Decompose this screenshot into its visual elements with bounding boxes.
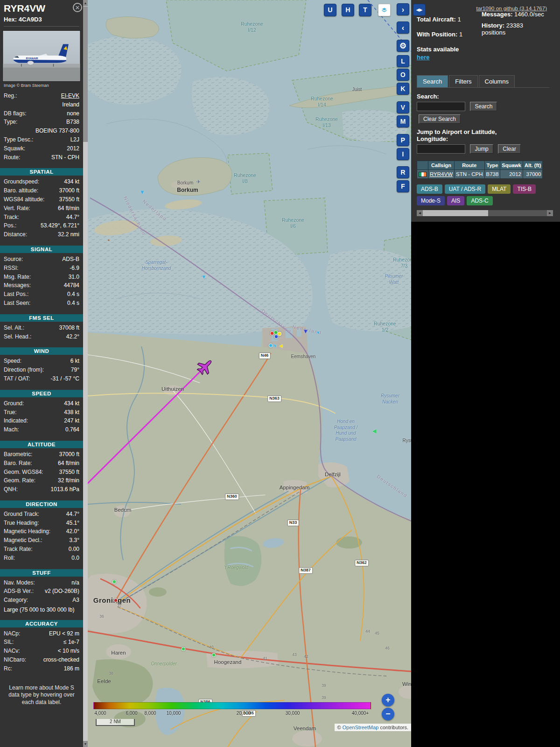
aircraft-dot-marker[interactable] (182, 647, 186, 651)
data-label[interactable]: Groundspeed: (4, 178, 39, 185)
info-label[interactable]: Route: (4, 154, 20, 161)
source-badge[interactable]: UAT / ADS-R (445, 184, 486, 194)
data-label[interactable]: Magnetic Decl.: (4, 537, 42, 543)
column-header[interactable]: Route (455, 161, 485, 170)
source-badge[interactable]: TIS-B (513, 184, 536, 194)
osm-link[interactable]: OpenStreetMap (343, 725, 379, 730)
map[interactable]: Ruhezone I/12 Juist Ruhezone I/14 Ruhezo… (88, 0, 411, 747)
version-link[interactable]: tar1090 on github (3.14.1767) (417, 0, 560, 11)
info-label[interactable]: Reg.: (4, 92, 17, 99)
map-marker-icon[interactable]: ▼ (201, 274, 207, 280)
map-side-button[interactable]: › (397, 3, 409, 15)
zoom-in-button[interactable]: + (382, 694, 394, 706)
map-marker-icon[interactable]: ▲ (107, 238, 111, 242)
scroll-down-icon[interactable]: ▼ (83, 741, 88, 747)
data-label[interactable]: Last Seen: (4, 300, 30, 306)
data-label[interactable]: Track Rate: (4, 546, 33, 552)
map-marker-icon[interactable]: ▼ (140, 189, 146, 195)
scrollbar-thumb[interactable] (83, 7, 88, 142)
data-label[interactable]: SIL: (4, 639, 14, 645)
aircraft-dot-marker[interactable] (274, 335, 279, 339)
map-side-button[interactable]: V (397, 101, 409, 113)
data-label[interactable]: Direction (from): (4, 366, 44, 373)
map-mode-button[interactable]: T (359, 4, 371, 16)
tab[interactable]: Columns (479, 75, 515, 87)
data-label[interactable]: WGS84 altitude: (4, 196, 44, 203)
data-label[interactable]: Sel. Alt.: (4, 324, 24, 331)
source-badge[interactable]: MLAT (488, 184, 511, 194)
map-mode-button[interactable]: U (324, 4, 336, 16)
data-label[interactable]: RSSI: (4, 265, 18, 271)
map-mode-button[interactable]: H (342, 4, 354, 16)
map-side-button[interactable]: I (397, 148, 409, 160)
data-label[interactable]: ADS-B Ver.: (4, 588, 34, 594)
info-label[interactable]: Type: (4, 119, 17, 125)
data-label[interactable]: Vert. Rate: (4, 205, 30, 211)
map-side-button[interactable]: F (397, 180, 409, 192)
data-label[interactable]: NICbaro: (4, 656, 26, 663)
data-label[interactable]: Speed: (4, 358, 21, 364)
data-label[interactable]: Roll: (4, 555, 15, 561)
map-side-button[interactable]: R (397, 166, 409, 178)
map-marker-icon[interactable]: ◀ (279, 344, 283, 348)
data-label[interactable]: Nav. Modes: (4, 579, 35, 586)
info-label[interactable]: DB flags: (4, 110, 27, 117)
horizontal-scrollbar[interactable]: ◄ ► (417, 210, 553, 216)
panel-width-toggle-button[interactable]: ◀▶ (413, 4, 426, 16)
column-header[interactable]: Type (484, 161, 500, 170)
table-row[interactable]: RYR4VW STN - CPH B738 2012 37000 (417, 170, 543, 179)
map-marker-icon[interactable]: ✈ (196, 179, 200, 184)
data-label[interactable]: Track: (4, 214, 19, 220)
data-label[interactable]: Barometric: (4, 451, 32, 458)
map-side-button[interactable]: ‹ (397, 21, 409, 34)
data-label[interactable]: Baro. altitude: (4, 187, 38, 194)
column-header[interactable]: Squawk (500, 161, 523, 170)
source-badge[interactable]: Mode-S (417, 196, 445, 205)
data-label[interactable]: Source: (4, 256, 23, 262)
data-label[interactable]: Ground Track: (4, 511, 39, 517)
clear-search-button[interactable]: Clear Search (419, 114, 461, 124)
source-badge[interactable]: ADS-B (417, 184, 442, 194)
zoom-out-button[interactable]: − (382, 708, 394, 720)
info-label[interactable]: Squawk: (4, 145, 25, 152)
data-label[interactable]: NACp: (4, 630, 20, 637)
map-marker-icon[interactable]: ▼ (316, 331, 321, 335)
data-label[interactable]: Pos.: (4, 222, 16, 229)
search-button[interactable]: Search (470, 102, 497, 111)
data-label[interactable]: Baro. Rate: (4, 460, 32, 466)
map-side-button[interactable]: L (397, 55, 409, 67)
jump-clear-button[interactable]: Clear (498, 144, 521, 154)
data-label[interactable]: Sel. Head.: (4, 333, 31, 340)
map-side-button[interactable]: ⚙ (397, 40, 409, 52)
data-label[interactable]: True Heading: (4, 520, 39, 526)
aircraft-dot-marker[interactable] (212, 653, 216, 657)
jump-input[interactable] (417, 144, 465, 154)
data-label[interactable]: TAT / OAT: (4, 375, 30, 382)
map-marker-icon[interactable]: ▼ (303, 328, 309, 334)
data-label[interactable]: Category: (4, 597, 28, 603)
tab[interactable]: Filters (449, 75, 477, 87)
map-marker-icon[interactable]: ◀ (372, 428, 376, 434)
data-label[interactable]: Msg. Rate: (4, 274, 31, 280)
data-label[interactable]: Rc: (4, 665, 12, 672)
data-label[interactable]: Indicated: (4, 417, 28, 424)
scroll-right-icon[interactable]: ► (547, 210, 553, 216)
source-badge[interactable]: AIS (447, 196, 464, 205)
column-header[interactable]: Callsign (428, 161, 455, 170)
data-label[interactable]: Magnetic Heading: (4, 528, 50, 535)
data-label[interactable]: NACv: (4, 648, 20, 654)
data-label[interactable]: Geom. WGS84: (4, 469, 43, 475)
aircraft-photo[interactable]: RYANAIR (2, 30, 81, 82)
data-label[interactable]: QNH: (4, 486, 18, 493)
map-side-button[interactable]: M (397, 115, 409, 127)
layers-button[interactable] (378, 4, 391, 16)
source-badge[interactable]: ADS-C (467, 196, 492, 205)
data-label[interactable]: Geom. Rate: (4, 477, 35, 484)
scroll-left-icon[interactable]: ◄ (417, 210, 423, 216)
aircraft-dot-marker[interactable] (114, 599, 118, 603)
scroll-up-icon[interactable]: ▲ (83, 0, 88, 6)
data-label[interactable]: Messages: (4, 282, 31, 289)
tab[interactable]: Search (417, 75, 448, 87)
aircraft-dot-marker[interactable] (112, 580, 117, 584)
data-label[interactable]: Last Pos.: (4, 291, 28, 297)
